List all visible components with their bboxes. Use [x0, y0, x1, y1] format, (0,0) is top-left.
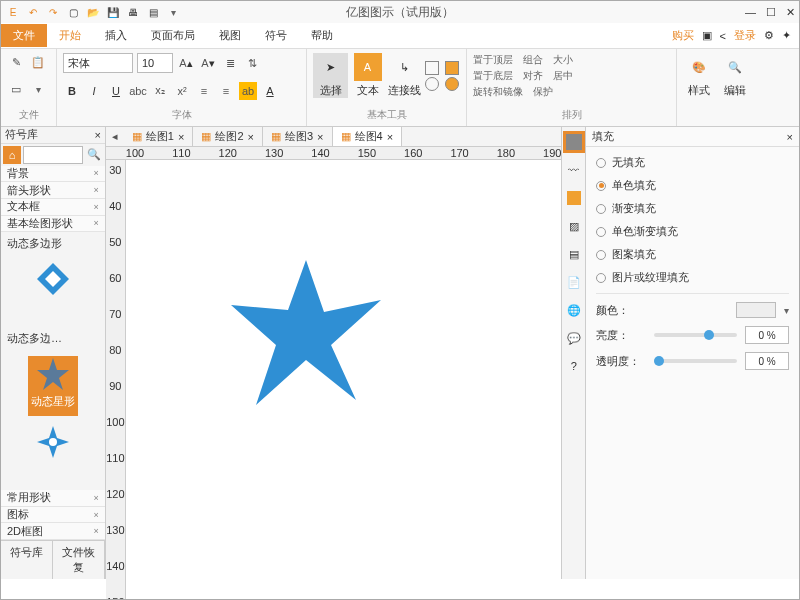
group-button[interactable]: 组合 [523, 53, 543, 67]
menu-file[interactable]: 文件 [1, 24, 47, 47]
font-size-select[interactable]: 10 [137, 53, 173, 73]
italic-icon[interactable]: I [85, 82, 103, 100]
search-icon[interactable]: 🔍 [85, 146, 103, 164]
cat-basic-shapes[interactable]: 基本绘图形状× [1, 216, 105, 233]
center-button[interactable]: 居中 [553, 69, 573, 83]
size-button[interactable]: 大小 [553, 53, 573, 67]
bullets-icon[interactable]: ≣ [221, 54, 239, 72]
home-icon[interactable]: ⌂ [3, 146, 21, 164]
font-family-select[interactable]: 宋体 [63, 53, 133, 73]
fill-opt-gradient[interactable]: 渐变填充 [596, 201, 789, 216]
shape-star-4pt[interactable] [28, 424, 78, 484]
fill-opt-solid[interactable]: 单色填充 [596, 178, 789, 193]
send-back-button[interactable]: 置于底层 [473, 69, 513, 83]
tool-select[interactable]: ➤选择 [313, 53, 348, 98]
font-grow-icon[interactable]: A▴ [177, 54, 195, 72]
midtool-world[interactable]: 🌐 [563, 299, 585, 321]
midtool-line[interactable]: 〰 [563, 159, 585, 181]
rotate-button[interactable]: 旋转和镜像 [473, 85, 523, 99]
gear-icon[interactable]: ⚙ [764, 29, 774, 42]
protect-button[interactable]: 保护 [533, 85, 553, 99]
symbol-search-input[interactable] [23, 146, 83, 164]
new-icon[interactable]: ▢ [65, 4, 81, 20]
underline-icon[interactable]: U [107, 82, 125, 100]
cat-textbox[interactable]: 文本框× [1, 199, 105, 216]
font-color-icon[interactable]: A [261, 82, 279, 100]
fill-opt-solidgrad[interactable]: 单色渐变填充 [596, 224, 789, 239]
tool-connector[interactable]: ↳连接线 [387, 53, 422, 98]
midtool-fill[interactable] [563, 131, 585, 153]
app-color-icon[interactable]: ✦ [782, 29, 791, 42]
midtool-shadow[interactable]: ▨ [563, 215, 585, 237]
qat-more-icon[interactable]: ▾ [165, 4, 181, 20]
copy-icon[interactable]: ▭ [7, 81, 25, 99]
shape-polygon[interactable] [28, 261, 78, 321]
brightness-value[interactable]: 0 % [745, 326, 789, 344]
clipboard-more-icon[interactable]: ▾ [29, 81, 47, 99]
buy-link[interactable]: 购买 [672, 28, 694, 43]
fill-opt-picture[interactable]: 图片或纹理填充 [596, 270, 789, 285]
subscript-icon[interactable]: x₂ [151, 82, 169, 100]
shape-star-selected[interactable]: 动态星形 [28, 356, 78, 416]
doc-tab-1[interactable]: ▦绘图1× [124, 127, 194, 146]
cat-icons[interactable]: 图标× [1, 507, 105, 524]
menu-tab-view[interactable]: 视图 [207, 24, 253, 47]
style-button[interactable]: 🎨样式 [683, 53, 715, 98]
edit-button[interactable]: 🔍编辑 [719, 53, 751, 98]
fill-panel-close-icon[interactable]: × [787, 131, 793, 143]
doc-tab-2[interactable]: ▦绘图2× [193, 127, 263, 146]
align-button[interactable]: 对齐 [523, 69, 543, 83]
print-icon[interactable]: 🖶 [125, 4, 141, 20]
footer-tab-recovery[interactable]: 文件恢复 [53, 541, 105, 579]
menu-tab-insert[interactable]: 插入 [93, 24, 139, 47]
strike-icon[interactable]: abc [129, 82, 147, 100]
color-swatch[interactable] [736, 302, 776, 318]
close-icon[interactable]: ✕ [786, 6, 795, 19]
share-icon[interactable]: < [720, 30, 726, 42]
bring-front-button[interactable]: 置于顶层 [473, 53, 513, 67]
tool-text[interactable]: A文本 [350, 53, 385, 98]
opacity-value[interactable]: 0 % [745, 352, 789, 370]
cat-2dframe[interactable]: 2D框图× [1, 523, 105, 540]
panel-close-icon[interactable]: × [94, 129, 100, 141]
tabs-prev-icon[interactable]: ◂ [106, 128, 124, 146]
minimize-icon[interactable]: — [745, 6, 756, 19]
brightness-slider[interactable] [654, 333, 737, 337]
midtool-help[interactable]: ? [563, 355, 585, 377]
midtool-layer[interactable]: ▤ [563, 243, 585, 265]
midtool-color[interactable] [563, 187, 585, 209]
bold-icon[interactable]: B [63, 82, 81, 100]
open-icon[interactable]: 📂 [85, 4, 101, 20]
doc-tab-4[interactable]: ▦绘图4× [333, 127, 403, 146]
cat-common[interactable]: 常用形状× [1, 490, 105, 507]
maximize-icon[interactable]: ☐ [766, 6, 776, 19]
login-link[interactable]: 登录 [734, 28, 756, 43]
midtool-comment[interactable]: 💬 [563, 327, 585, 349]
format-painter-icon[interactable]: ✎ [7, 53, 25, 71]
doc-tab-3[interactable]: ▦绘图3× [263, 127, 333, 146]
font-shrink-icon[interactable]: A▾ [199, 54, 217, 72]
align-center-icon[interactable]: ≡ [217, 82, 235, 100]
superscript-icon[interactable]: x² [173, 82, 191, 100]
shape-oval-icon[interactable] [425, 77, 439, 91]
cat-arrow[interactable]: 箭头形状× [1, 182, 105, 199]
redo-icon[interactable]: ↷ [45, 4, 61, 20]
fill-opt-none[interactable]: 无填充 [596, 155, 789, 170]
cat-background[interactable]: 背景× [1, 166, 105, 183]
paste-icon[interactable]: 📋 [29, 53, 47, 71]
shape-rect-fill-icon[interactable] [445, 61, 459, 75]
highlight-icon[interactable]: ab [239, 82, 257, 100]
linespacing-icon[interactable]: ⇅ [243, 54, 261, 72]
export-icon[interactable]: ▤ [145, 4, 161, 20]
feedback-icon[interactable]: ▣ [702, 29, 712, 42]
star-shape[interactable] [226, 250, 386, 410]
shape-oval-fill-icon[interactable] [445, 77, 459, 91]
menu-tab-start[interactable]: 开始 [47, 24, 93, 47]
fill-opt-pattern[interactable]: 图案填充 [596, 247, 789, 262]
menu-tab-help[interactable]: 帮助 [299, 24, 345, 47]
undo-icon[interactable]: ↶ [25, 4, 41, 20]
shape-rect-icon[interactable] [425, 61, 439, 75]
save-icon[interactable]: 💾 [105, 4, 121, 20]
midtool-page[interactable]: 📄 [563, 271, 585, 293]
align-left-icon[interactable]: ≡ [195, 82, 213, 100]
